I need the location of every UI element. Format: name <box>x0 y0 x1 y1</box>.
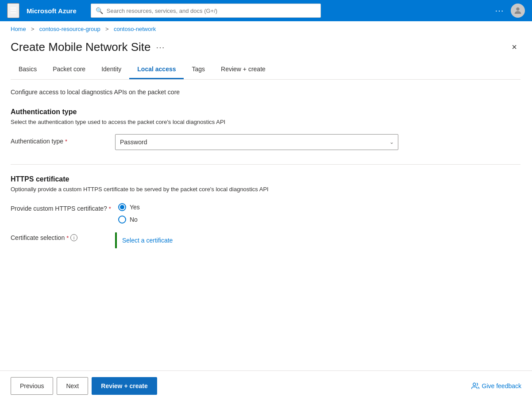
auth-required-star: * <box>65 138 67 145</box>
breadcrumb-network[interactable]: contoso-network <box>114 26 156 32</box>
radio-no-input[interactable] <box>118 216 126 224</box>
radio-yes-label: Yes <box>130 204 140 211</box>
auth-type-label: Authentication type * <box>11 134 108 145</box>
cert-selection-wrapper: Select a certificate <box>115 231 520 248</box>
cert-left-border <box>115 232 117 248</box>
cert-info-icon[interactable]: i <box>70 234 77 241</box>
auth-type-control: Password AAD Certificate ⌄ <box>115 134 520 150</box>
auth-section: Authentication type Select the authentic… <box>11 108 520 150</box>
avatar[interactable] <box>511 4 525 18</box>
tab-tags[interactable]: Tags <box>184 61 213 79</box>
auth-section-title: Authentication type <box>11 108 520 116</box>
page-title-more-icon[interactable]: ⋯ <box>156 42 165 53</box>
breadcrumb-home[interactable]: Home <box>11 26 26 32</box>
section-divider <box>11 164 520 165</box>
cert-radio-label: Provide custom HTTPS certificate? * <box>11 201 111 212</box>
search-input[interactable] <box>107 8 316 14</box>
cert-selection-row: Certificate selection * i Select a certi… <box>11 231 520 248</box>
page-header: Create Mobile Network Site ⋯ × <box>11 35 520 61</box>
cert-selection-label: Certificate selection * i <box>11 231 108 241</box>
breadcrumb: Home > contoso-resource-group > contoso-… <box>0 21 532 35</box>
https-section: HTTPS certificate Optionally provide a c… <box>11 175 520 248</box>
radio-yes[interactable]: Yes <box>118 203 520 211</box>
cert-radio-control: Yes No <box>118 201 520 224</box>
radio-yes-input[interactable] <box>118 203 126 211</box>
topbar: ☰ Microsoft Azure 🔍 ⋯ <box>0 0 532 21</box>
auth-section-subtitle: Select the authentication type used to a… <box>11 119 520 125</box>
page-title: Create Mobile Network Site <box>11 40 150 54</box>
auth-type-row: Authentication type * Password AAD Certi… <box>11 134 520 150</box>
radio-no-label: No <box>130 216 138 223</box>
tab-packet-core[interactable]: Packet core <box>45 61 93 79</box>
close-button[interactable]: × <box>508 40 520 54</box>
cert-required-star: * <box>109 205 111 212</box>
auth-type-select[interactable]: Password AAD Certificate <box>115 134 398 150</box>
topbar-right: ⋯ <box>495 4 525 18</box>
wizard-tabs: Basics Packet core Identity Local access… <box>11 61 520 80</box>
cert-radio-row: Provide custom HTTPS certificate? * Yes … <box>11 201 520 224</box>
select-certificate-link[interactable]: Select a certificate <box>122 237 173 244</box>
tab-review-create[interactable]: Review + create <box>213 61 274 79</box>
hamburger-menu-button[interactable]: ☰ <box>7 3 19 18</box>
cert-radio-group: Yes No <box>118 201 520 224</box>
section-description: Configure access to local diagnostics AP… <box>11 89 520 96</box>
auth-type-dropdown-wrapper: Password AAD Certificate ⌄ <box>115 134 398 150</box>
radio-no[interactable]: No <box>118 216 520 224</box>
cert-selection-control: Select a certificate <box>115 231 520 248</box>
more-options-icon[interactable]: ⋯ <box>495 5 504 16</box>
breadcrumb-resource-group[interactable]: contoso-resource-group <box>39 26 100 32</box>
svg-point-0 <box>516 8 519 11</box>
search-icon: 🔍 <box>96 7 103 14</box>
https-section-subtitle: Optionally provide a custom HTTPS certif… <box>11 186 520 193</box>
tab-basics[interactable]: Basics <box>11 61 45 79</box>
search-box[interactable]: 🔍 <box>91 4 321 18</box>
app-title: Microsoft Azure <box>27 7 77 15</box>
tab-identity[interactable]: Identity <box>93 61 129 79</box>
https-section-title: HTTPS certificate <box>11 175 520 183</box>
cert-selection-required-star: * <box>66 235 69 241</box>
tab-local-access[interactable]: Local access <box>129 61 184 79</box>
